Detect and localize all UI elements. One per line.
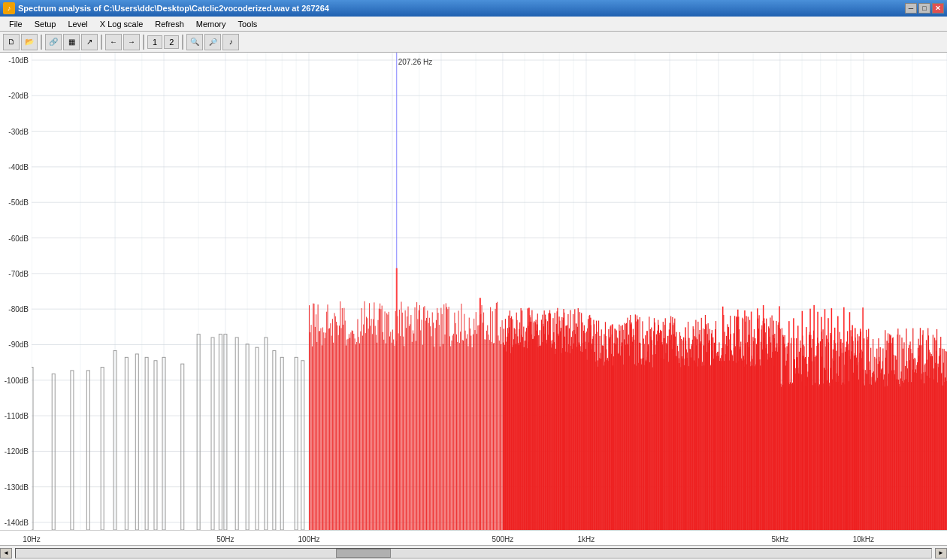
menu-setup[interactable]: Setup bbox=[29, 18, 62, 30]
scroll-left-button[interactable]: ◄ bbox=[0, 548, 12, 558]
svg-rect-968 bbox=[352, 331, 352, 530]
svg-rect-1069 bbox=[449, 336, 450, 530]
svg-rect-1093 bbox=[473, 334, 474, 530]
x-label-6: 10kHz bbox=[853, 535, 874, 543]
svg-rect-945 bbox=[329, 328, 330, 530]
scrollbar[interactable]: ◄ ► bbox=[0, 545, 947, 560]
svg-rect-991 bbox=[374, 302, 374, 530]
y-label-5: -60dB bbox=[8, 234, 29, 242]
scrollbar-thumb[interactable] bbox=[336, 549, 391, 558]
svg-rect-973 bbox=[356, 342, 357, 530]
y-label-2: -30dB bbox=[8, 127, 29, 135]
svg-rect-54 bbox=[71, 371, 74, 530]
forward-button[interactable]: → bbox=[123, 34, 140, 50]
svg-rect-1004 bbox=[386, 313, 387, 530]
close-button[interactable]: ✕ bbox=[932, 3, 944, 14]
svg-rect-1009 bbox=[392, 343, 392, 530]
svg-rect-927 bbox=[312, 347, 313, 530]
svg-rect-1016 bbox=[398, 333, 399, 530]
svg-rect-958 bbox=[342, 308, 343, 530]
svg-rect-1026 bbox=[408, 307, 409, 530]
new-button[interactable]: 🗋 bbox=[3, 34, 20, 50]
svg-rect-1066 bbox=[446, 307, 447, 530]
scrollbar-track[interactable] bbox=[15, 548, 932, 558]
menu-tools[interactable]: Tools bbox=[232, 18, 264, 30]
svg-rect-975 bbox=[359, 337, 359, 530]
svg-rect-1019 bbox=[401, 301, 401, 530]
menu-memory[interactable]: Memory bbox=[190, 18, 232, 30]
svg-rect-1056 bbox=[437, 308, 437, 530]
svg-rect-1092 bbox=[472, 347, 473, 530]
menu-bar: File Setup Level X Log scale Refresh Mem… bbox=[0, 17, 947, 32]
svg-rect-1114 bbox=[493, 344, 494, 530]
maximize-button[interactable]: □ bbox=[918, 3, 930, 14]
menu-refresh[interactable]: Refresh bbox=[149, 18, 190, 30]
svg-rect-972 bbox=[356, 344, 356, 530]
play-button[interactable]: ♪ bbox=[222, 34, 239, 50]
svg-rect-1111 bbox=[490, 307, 491, 530]
svg-rect-1064 bbox=[445, 334, 446, 530]
svg-rect-1058 bbox=[439, 325, 440, 530]
zoom-in-button[interactable]: 🔍 bbox=[186, 34, 203, 50]
open-button[interactable]: 📂 bbox=[21, 34, 38, 50]
toolbar-separator-3 bbox=[143, 35, 144, 50]
toolbar-separator-1 bbox=[41, 35, 42, 50]
x-label-2: 100Hz bbox=[298, 535, 320, 543]
num2-button[interactable]: 2 bbox=[164, 35, 179, 49]
svg-rect-1005 bbox=[387, 315, 388, 530]
svg-rect-944 bbox=[328, 328, 329, 530]
svg-rect-70 bbox=[256, 347, 259, 530]
x-label-0: 10Hz bbox=[23, 535, 40, 543]
svg-rect-1024 bbox=[406, 328, 407, 530]
svg-rect-929 bbox=[313, 304, 314, 530]
svg-rect-1021 bbox=[403, 337, 404, 530]
svg-rect-1083 bbox=[463, 341, 464, 530]
svg-rect-1078 bbox=[458, 310, 459, 530]
link-button[interactable]: 🔗 bbox=[45, 34, 62, 50]
svg-rect-1040 bbox=[422, 319, 422, 530]
cursor-button[interactable]: ↗ bbox=[81, 34, 98, 50]
svg-rect-1097 bbox=[477, 334, 477, 530]
back-button[interactable]: ← bbox=[105, 34, 122, 50]
svg-rect-1117 bbox=[496, 303, 497, 530]
svg-rect-1106 bbox=[486, 340, 486, 530]
svg-rect-985 bbox=[368, 328, 369, 530]
chart-container[interactable]: 207.26 Hz bbox=[32, 53, 947, 530]
svg-rect-1096 bbox=[476, 312, 477, 530]
svg-rect-1100 bbox=[480, 315, 480, 530]
svg-rect-1049 bbox=[430, 326, 431, 530]
scroll-right-button[interactable]: ► bbox=[935, 548, 947, 558]
grid-button[interactable]: ▦ bbox=[63, 34, 80, 50]
toolbar-separator-4 bbox=[182, 35, 183, 50]
menu-file[interactable]: File bbox=[3, 18, 29, 30]
svg-rect-1015 bbox=[397, 316, 398, 530]
y-label-13: -140dB bbox=[5, 519, 29, 527]
y-label-9: -100dB bbox=[5, 376, 29, 384]
svg-rect-988 bbox=[371, 319, 372, 530]
svg-rect-1008 bbox=[390, 331, 391, 530]
y-label-11: -120dB bbox=[5, 447, 29, 456]
menu-xlogscale[interactable]: X Log scale bbox=[94, 18, 149, 30]
svg-text:207.26 Hz: 207.26 Hz bbox=[398, 58, 433, 66]
svg-rect-951 bbox=[335, 316, 336, 530]
svg-rect-925 bbox=[310, 332, 310, 530]
zoom-out-button[interactable]: 🔎 bbox=[204, 34, 221, 50]
svg-rect-1030 bbox=[412, 342, 413, 530]
x-axis: 10Hz50Hz100Hz500Hz1kHz5kHz10kHz bbox=[0, 530, 947, 545]
minimize-button[interactable]: ─ bbox=[905, 3, 917, 14]
svg-rect-1014 bbox=[396, 341, 397, 530]
svg-rect-1057 bbox=[437, 313, 438, 530]
svg-rect-1122 bbox=[501, 344, 501, 530]
svg-rect-1031 bbox=[413, 330, 413, 530]
svg-rect-999 bbox=[382, 306, 383, 530]
svg-rect-1080 bbox=[460, 331, 461, 530]
svg-rect-1104 bbox=[483, 313, 484, 530]
num1-button[interactable]: 1 bbox=[147, 35, 162, 49]
menu-level[interactable]: Level bbox=[62, 18, 93, 30]
svg-rect-946 bbox=[330, 323, 331, 530]
svg-rect-1084 bbox=[464, 314, 464, 530]
y-label-12: -130dB bbox=[5, 483, 29, 491]
svg-rect-1073 bbox=[453, 334, 454, 530]
svg-rect-75 bbox=[301, 361, 304, 530]
svg-rect-970 bbox=[353, 334, 354, 530]
